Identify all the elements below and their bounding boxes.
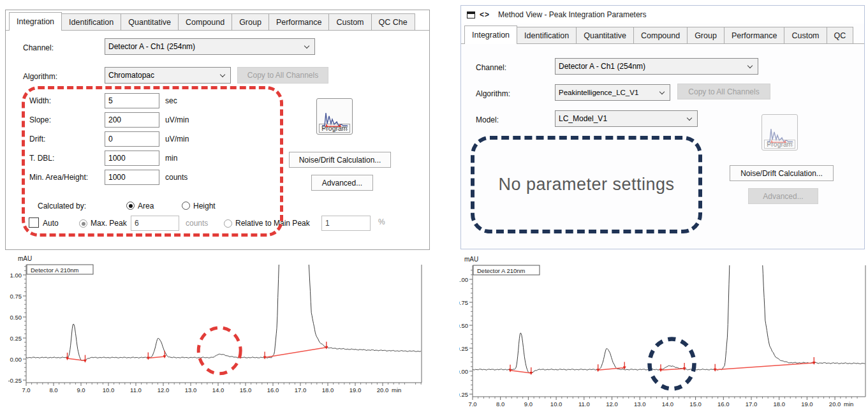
- mini-chromatogram-icon: [765, 126, 795, 149]
- channel-label: Channel:: [23, 43, 54, 52]
- noise-drift-calculation-button[interactable]: Noise/Drift Calculation...: [730, 165, 834, 181]
- method-view-title: Method View - Peak Integration Parameter…: [498, 10, 647, 19]
- model-select[interactable]: LC_Model_V1: [555, 110, 698, 127]
- tab-integration[interactable]: Integration: [9, 12, 62, 31]
- svg-text:8.0: 8.0: [496, 401, 504, 408]
- svg-text:19.0: 19.0: [349, 386, 362, 394]
- algorithm-select[interactable]: Chromatopac: [105, 67, 231, 84]
- code-brackets-icon[interactable]: <>: [480, 10, 490, 19]
- tab-group[interactable]: Group: [687, 27, 725, 43]
- svg-text:mAU: mAU: [18, 255, 32, 262]
- program-button[interactable]: Program: [316, 98, 353, 135]
- tab-qc-che[interactable]: QC Che: [371, 13, 415, 30]
- svg-text:12.0: 12.0: [158, 386, 170, 394]
- svg-text:mAU: mAU: [464, 256, 478, 263]
- tab-identification[interactable]: Identification: [61, 13, 121, 30]
- window-icon[interactable]: [467, 11, 475, 18]
- algorithm-value: Chromatopac: [108, 71, 154, 80]
- svg-text:min: min: [844, 401, 853, 408]
- svg-text:20.0: 20.0: [377, 386, 389, 394]
- svg-text:Detector A 210nm: Detector A 210nm: [477, 267, 526, 274]
- svg-text:7.0: 7.0: [468, 401, 476, 408]
- annotation-circle: [650, 339, 695, 389]
- integration-settings-panel-left: IntegrationIdentificationQuantitativeCom…: [5, 10, 430, 250]
- copy-to-all-channels-button[interactable]: Copy to All Channels: [677, 84, 770, 99]
- svg-text:0.50: 0.50: [10, 314, 22, 321]
- svg-text:-0.25: -0.25: [459, 391, 468, 398]
- svg-text:1.00: 1.00: [10, 272, 22, 279]
- model-label: Model:: [476, 115, 499, 124]
- channel-select[interactable]: Detector A - Ch1 (254nm): [555, 58, 758, 75]
- channel-value: Detector A - Ch1 (254nm): [108, 42, 195, 51]
- chevron-down-icon: [304, 43, 309, 48]
- relative-to-main-peak-input[interactable]: 1: [321, 216, 371, 231]
- tab-qc[interactable]: QC: [827, 27, 854, 43]
- svg-text:8.0: 8.0: [49, 386, 57, 394]
- chevron-down-icon: [747, 63, 753, 68]
- svg-text:15.0: 15.0: [689, 401, 702, 408]
- svg-text:12.0: 12.0: [606, 401, 618, 408]
- tab-integration[interactable]: Integration: [464, 26, 517, 44]
- svg-text:0.50: 0.50: [459, 322, 468, 329]
- svg-text:19.0: 19.0: [801, 401, 813, 408]
- chevron-down-icon: [659, 89, 665, 94]
- channel-select[interactable]: Detector A - Ch1 (254nm): [105, 38, 315, 55]
- svg-text:17.0: 17.0: [295, 386, 307, 394]
- tab-compound[interactable]: Compound: [633, 27, 688, 43]
- tab-custom[interactable]: Custom: [784, 27, 827, 43]
- tab-performance[interactable]: Performance: [724, 27, 785, 43]
- tab-group[interactable]: Group: [232, 13, 269, 30]
- navy-dashed-highlight: No parameter settings: [471, 136, 702, 233]
- mini-chromatogram-icon: [320, 110, 349, 133]
- chevron-down-icon: [220, 72, 225, 77]
- right-chromatogram: 1.000.750.500.250.00-0.257.08.09.010.011…: [459, 254, 868, 412]
- channel-value: Detector A - Ch1 (254nm): [559, 62, 645, 71]
- channel-label: Channel:: [476, 63, 506, 72]
- tab-custom[interactable]: Custom: [328, 13, 371, 30]
- integration-baselines: [66, 342, 328, 363]
- svg-text:18.0: 18.0: [322, 386, 334, 394]
- svg-text:15.0: 15.0: [240, 386, 252, 394]
- tab-strip: IntegrationIdentificationQuantitativeCom…: [461, 24, 864, 44]
- advanced-button[interactable]: Advanced...: [748, 188, 818, 204]
- tab-strip: IntegrationIdentificationQuantitativeCom…: [6, 10, 429, 31]
- svg-text:0.00: 0.00: [459, 368, 468, 375]
- svg-text:18.0: 18.0: [773, 401, 785, 408]
- svg-text:10.0: 10.0: [550, 401, 563, 408]
- svg-text:0.25: 0.25: [10, 335, 22, 342]
- svg-text:10.0: 10.0: [103, 386, 115, 394]
- integration-settings-panel-right: <> Method View - Peak Integration Parame…: [460, 5, 865, 249]
- svg-text:9.0: 9.0: [524, 401, 533, 408]
- svg-text:Detector A 210nm: Detector A 210nm: [31, 267, 79, 274]
- model-value: LC_Model_V1: [559, 114, 607, 123]
- svg-text:13.0: 13.0: [185, 386, 197, 394]
- tab-identification[interactable]: Identification: [517, 27, 577, 43]
- integration-baselines: [508, 357, 815, 375]
- algorithm-select[interactable]: Peakintelligence_LC_V1: [555, 84, 670, 101]
- svg-text:0.25: 0.25: [459, 345, 468, 352]
- svg-text:9.0: 9.0: [77, 386, 85, 394]
- svg-text:11.0: 11.0: [130, 386, 142, 394]
- svg-text:-0.25: -0.25: [8, 377, 22, 384]
- algorithm-value: Peakintelligence_LC_V1: [559, 89, 638, 96]
- left-chromatogram: 1.000.750.500.250.00-0.257.08.09.010.011…: [8, 254, 424, 404]
- svg-text:0.75: 0.75: [459, 299, 468, 306]
- svg-text:0.75: 0.75: [10, 293, 22, 300]
- program-button[interactable]: Program: [761, 114, 798, 151]
- tab-compound[interactable]: Compound: [178, 13, 232, 30]
- annotation-circle: [198, 328, 240, 374]
- svg-text:7.0: 7.0: [22, 386, 30, 394]
- svg-text:1.00: 1.00: [459, 276, 468, 283]
- advanced-button[interactable]: Advanced...: [311, 175, 373, 191]
- noise-drift-calculation-button[interactable]: Noise/Drift Calculation...: [289, 152, 391, 168]
- algorithm-label: Algorithm:: [476, 89, 510, 98]
- svg-text:16.0: 16.0: [717, 401, 730, 408]
- svg-text:14.0: 14.0: [212, 386, 224, 394]
- method-view-titlebar: <> Method View - Peak Integration Parame…: [461, 6, 864, 24]
- tab-quantitative[interactable]: Quantitative: [576, 27, 634, 43]
- copy-to-all-channels-button[interactable]: Copy to All Channels: [237, 67, 328, 84]
- tab-quantitative[interactable]: Quantitative: [121, 13, 179, 30]
- tab-performance[interactable]: Performance: [268, 13, 330, 30]
- svg-text:0.00: 0.00: [10, 356, 22, 363]
- svg-text:20.0: 20.0: [829, 401, 841, 408]
